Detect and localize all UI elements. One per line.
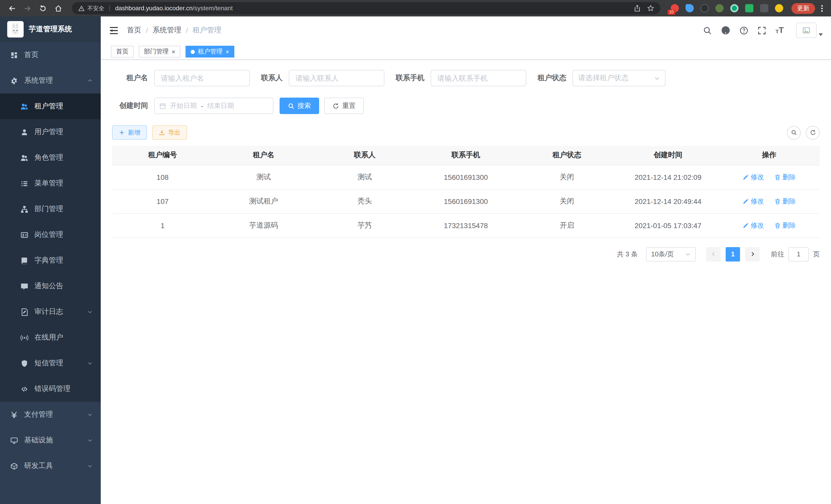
edit-button[interactable]: 修改 (742, 221, 764, 230)
caret-down-icon (819, 33, 823, 36)
page-size-select[interactable]: 10条/页 (646, 247, 696, 261)
extension-icon[interactable] (715, 4, 724, 12)
sidebar-item-home[interactable]: 首页 (0, 42, 101, 68)
sidebar-item-online-users[interactable]: 在线用户 (0, 325, 101, 350)
sidebar-item-departments[interactable]: 部门管理 (0, 196, 101, 222)
reset-button[interactable]: 重置 (324, 98, 364, 114)
page-content: 租户名 联系人 联系手机 租户状态 请选择租户状态 (101, 60, 831, 504)
back-arrow-icon (8, 4, 16, 12)
add-button[interactable]: 新增 (112, 125, 147, 140)
browser-forward-button[interactable] (21, 2, 34, 15)
sidebar-item-error-codes[interactable]: 错误码管理 (0, 376, 101, 402)
extension-icon[interactable] (686, 4, 694, 12)
prev-page-button[interactable] (706, 247, 720, 261)
chevron-down-icon (87, 464, 92, 469)
sidebar-item-roles[interactable]: 角色管理 (0, 145, 101, 171)
mobile-input[interactable] (431, 70, 526, 86)
user-icon (21, 128, 28, 136)
book-icon (21, 257, 28, 264)
search-button[interactable]: 搜索 (280, 98, 319, 114)
sidebar-item-system[interactable]: 系统管理 (0, 68, 101, 93)
broadcast-icon (21, 334, 28, 342)
browser-home-button[interactable] (51, 2, 65, 15)
browser-update-button[interactable]: 更新 (792, 3, 815, 13)
refresh-table-button[interactable] (806, 126, 820, 140)
tenant-name-input[interactable] (154, 70, 250, 86)
breadcrumb-system[interactable]: 系统管理 (153, 26, 181, 35)
search-icon (791, 129, 797, 136)
github-link[interactable] (721, 26, 730, 35)
toggle-search-button[interactable] (787, 126, 801, 140)
breadcrumb-home[interactable]: 首页 (127, 26, 141, 35)
extension-icon[interactable] (700, 4, 709, 12)
browser-menu-button[interactable] (818, 3, 826, 13)
delete-button[interactable]: 删除 (774, 172, 796, 182)
fullscreen-button[interactable] (757, 26, 766, 35)
sidebar-item-sms[interactable]: 短信管理 (0, 350, 101, 376)
sidebar-menu: 首页 系统管理 租户管理 用户管理 (0, 42, 101, 479)
table-row: 1 芋道源码 芋艿 17321315478 开启 2021-01-05 17:0… (112, 213, 820, 237)
sidebar-item-infrastructure[interactable]: 基础设施 (0, 427, 101, 453)
export-button[interactable]: 导出 (152, 125, 187, 140)
sidebar-collapse-button[interactable] (109, 25, 119, 35)
extension-icon[interactable] (730, 4, 739, 12)
edit-button[interactable]: 修改 (742, 197, 764, 206)
tab-department[interactable]: 部门管理 (139, 46, 180, 58)
extension-icon[interactable] (745, 4, 753, 12)
sidebar-item-posts[interactable]: 岗位管理 (0, 222, 101, 248)
edit-button[interactable]: 修改 (742, 172, 764, 182)
delete-button[interactable]: 删除 (774, 221, 796, 230)
sidebar-item-menus[interactable]: 菜单管理 (0, 171, 101, 196)
sidebar-item-tenant[interactable]: 租户管理 (0, 93, 101, 119)
bookmark-button[interactable] (647, 5, 654, 12)
contact-input[interactable] (289, 70, 384, 86)
cell-created: 2021-12-14 21:02:09 (618, 165, 718, 189)
cell-mobile: 15601691300 (415, 189, 516, 213)
font-size-button[interactable] (775, 26, 784, 34)
browser-reload-button[interactable] (36, 2, 49, 15)
delete-button[interactable]: 删除 (774, 197, 796, 206)
help-button[interactable] (740, 26, 748, 35)
page-number-button[interactable]: 1 (726, 247, 740, 261)
refresh-icon (333, 102, 339, 109)
calendar-icon (159, 102, 166, 109)
close-icon[interactable] (172, 49, 175, 55)
goto-page-input[interactable] (789, 247, 809, 261)
url-text: dashboard.yudao.iocoder.cn/system/tenant (115, 5, 233, 12)
close-icon[interactable] (226, 49, 229, 55)
sidebar-item-audit-log[interactable]: 审计日志 (0, 299, 101, 325)
puzzle-extension-icon[interactable] (760, 4, 768, 12)
sidebar-item-users[interactable]: 用户管理 (0, 119, 101, 145)
user-menu[interactable] (796, 23, 823, 38)
sidebar-item-payment[interactable]: 支付管理 (0, 402, 101, 427)
github-icon (721, 26, 730, 35)
header-search-button[interactable] (703, 26, 712, 35)
cell-tenant-name: 测试租户 (213, 189, 314, 213)
status-select[interactable]: 请选择租户状态 (573, 70, 665, 86)
table-header-row: 租户编号 租户名 联系人 联系手机 租户状态 创建时间 操作 (112, 146, 820, 165)
yen-icon (10, 411, 18, 418)
download-icon (159, 129, 165, 136)
trash-icon (774, 174, 780, 180)
reload-icon (39, 4, 47, 12)
sidebar-item-dev-tools[interactable]: 研发工具 (0, 453, 101, 479)
browser-back-button[interactable] (5, 2, 19, 15)
chevron-right-icon (749, 251, 755, 257)
filter-tenant-name: 租户名 (112, 70, 250, 86)
sidebar-item-dictionary[interactable]: 字典管理 (0, 248, 101, 273)
next-page-button[interactable] (745, 247, 760, 261)
tab-tenant[interactable]: 租户管理 (185, 46, 234, 58)
date-range-picker[interactable]: 开始日期 - 结束日期 (154, 98, 274, 114)
extension-icon[interactable] (775, 4, 783, 12)
sidebar: 芋道管理系统 首页 系统管理 租户管理 (0, 17, 101, 504)
cell-tenant-name: 芋道源码 (213, 213, 314, 237)
logo-avatar (7, 21, 24, 37)
security-status[interactable]: 不安全 (78, 4, 104, 12)
extension-icon[interactable]: 10 (671, 4, 679, 12)
share-button[interactable] (634, 5, 641, 12)
tab-home[interactable]: 首页 (111, 46, 134, 58)
sidebar-item-notices[interactable]: 通知公告 (0, 273, 101, 299)
cell-contact: 秃头 (314, 189, 415, 213)
address-bar[interactable]: 不安全 dashboard.yudao.iocoder.cn/system/te… (72, 2, 660, 14)
logo-area[interactable]: 芋道管理系统 (0, 17, 101, 42)
